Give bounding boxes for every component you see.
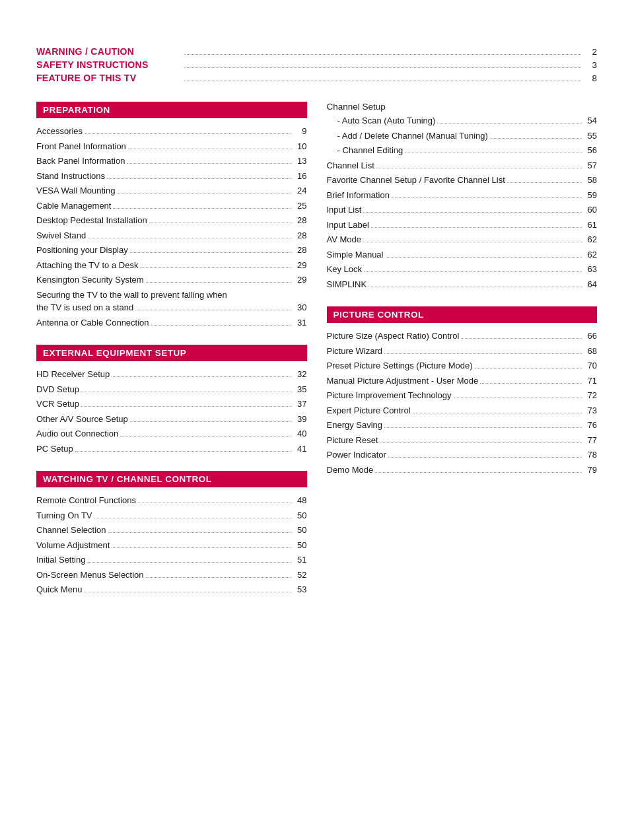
- section-header: PICTURE CONTROL: [327, 306, 598, 323]
- toc-label: Brief Information: [327, 189, 390, 202]
- toc-item: Other A/V Source Setup 39: [36, 413, 307, 426]
- toc-item: VCR Setup 37: [36, 398, 307, 411]
- toc-label: Input List: [327, 203, 362, 217]
- toc-dots: [81, 406, 291, 407]
- toc-label: - Auto Scan (Auto Tuning): [337, 114, 436, 127]
- toc-page: 28: [294, 244, 307, 257]
- toc-dots: [138, 503, 291, 503]
- toc-item: - Auto Scan (Auto Tuning) 54: [327, 114, 598, 127]
- toc-page: 56: [584, 144, 597, 157]
- toc-label: Picture Size (Aspect Ratio) Control: [327, 330, 460, 343]
- toc-dots: [149, 223, 292, 223]
- toc-label: Stand Instructions: [36, 170, 105, 183]
- toc-dots: [120, 436, 291, 437]
- toc-item: Stand Instructions 16: [36, 170, 307, 183]
- toc-dots: [81, 392, 291, 392]
- toc-dots: [480, 383, 582, 384]
- toc-dots: [437, 123, 582, 123]
- toc-dots: [127, 163, 291, 164]
- toc-item: Remote Control Functions 48: [36, 494, 307, 507]
- toc-page: 68: [584, 345, 597, 358]
- toc-item: Manual Picture Adjustment - User Mode 71: [327, 374, 598, 388]
- toc-page: 61: [584, 219, 597, 232]
- toc-item: HD Receiver Setup 32: [36, 368, 307, 381]
- toc-item: Picture Reset 77: [327, 434, 598, 447]
- toc-item: Demo Mode 79: [327, 464, 598, 477]
- toc-page: 57: [584, 159, 597, 172]
- toc-page: 29: [294, 259, 307, 272]
- toc-page: 25: [294, 199, 307, 213]
- toc-item: Channel Selection 50: [36, 524, 307, 537]
- toc-label: Securing the TV to the wall to prevent f…: [36, 289, 307, 302]
- toc-page: 55: [584, 129, 597, 143]
- toc-dots: [112, 547, 291, 548]
- toc-dots: [87, 562, 291, 563]
- toc-dots: [507, 182, 582, 183]
- toc-dots: [107, 178, 291, 179]
- toc-label: Kensington Security System: [36, 273, 144, 287]
- toc-label: AV Mode: [327, 233, 362, 246]
- toc-page: 37: [294, 398, 307, 411]
- top-link-page: 3: [584, 60, 597, 70]
- top-link-item: FEATURE OF THIS TV 8: [36, 73, 597, 83]
- top-link-label: SAFETY INSTRUCTIONS: [36, 59, 182, 70]
- toc-page: 79: [584, 464, 597, 477]
- toc-item: AV Mode 62: [327, 233, 598, 246]
- section-header: PREPARATION: [36, 102, 307, 118]
- toc-dots: [475, 368, 582, 368]
- toc-label: Volume Adjustment: [36, 539, 110, 552]
- toc-dots: [384, 427, 582, 428]
- section-plain-header: Channel Setup: [327, 102, 598, 112]
- toc-dots: [386, 257, 582, 258]
- toc-page: 72: [584, 389, 597, 402]
- toc-item: Front Panel Information 10: [36, 140, 307, 153]
- toc-label: VESA Wall Mounting: [36, 184, 115, 197]
- top-link-item: SAFETY INSTRUCTIONS 3: [36, 59, 597, 70]
- toc-page: 70: [584, 359, 597, 372]
- toc-item: VESA Wall Mounting 24: [36, 184, 307, 197]
- toc-item: Audio out Connection 40: [36, 427, 307, 440]
- toc-dots: [140, 267, 291, 268]
- toc-item: DVD Setup 35: [36, 383, 307, 396]
- toc-dots: [94, 518, 292, 518]
- toc-item: Channel List 57: [327, 159, 598, 172]
- toc-item: Positioning your Display 28: [36, 244, 307, 257]
- toc-item: Desktop Pedestal Installation 28: [36, 214, 307, 227]
- toc-dots: [146, 282, 292, 283]
- toc-item: Kensington Security System 29: [36, 273, 307, 287]
- toc-dots: [384, 353, 582, 354]
- toc-page: 59: [584, 189, 597, 202]
- toc-page: 76: [584, 419, 597, 432]
- toc-dots: [146, 577, 292, 578]
- toc-item: Expert Picture Control 73: [327, 404, 598, 417]
- toc-label: Antenna or Cable Connection: [36, 316, 149, 330]
- toc-dots: [371, 227, 582, 228]
- toc-item: Favorite Channel Setup / Favorite Channe…: [327, 174, 598, 187]
- toc-label: Preset Picture Settings (Picture Mode): [327, 359, 473, 372]
- toc-label: SIMPLINK: [327, 278, 367, 291]
- toc-page: 63: [584, 263, 597, 276]
- toc-label: Positioning your Display: [36, 244, 128, 257]
- toc-dots: [75, 451, 292, 452]
- toc-dots: [388, 457, 582, 458]
- toc-label: DVD Setup: [36, 383, 79, 396]
- toc-dots: [363, 212, 582, 213]
- toc-label: Back Panel Information: [36, 155, 125, 168]
- toc-item: Antenna or Cable Connection 31: [36, 316, 307, 330]
- toc-page: 28: [294, 214, 307, 227]
- toc-page: 77: [584, 434, 597, 447]
- toc-dots: [380, 442, 582, 443]
- toc-label: Channel Selection: [36, 524, 106, 537]
- toc-page: 10: [294, 140, 307, 153]
- toc-page: 41: [294, 442, 307, 456]
- toc-item: Swivel Stand 28: [36, 229, 307, 242]
- toc-label: Accessories: [36, 125, 83, 138]
- toc-item: Energy Saving 76: [327, 419, 598, 432]
- toc-page: 9: [294, 125, 307, 138]
- toc-label: Front Panel Information: [36, 140, 126, 153]
- toc-label: Cable Management: [36, 199, 111, 213]
- toc-label: Picture Improvement Technology: [327, 389, 452, 402]
- toc-page: 30: [294, 301, 307, 314]
- toc-dots: [405, 153, 582, 153]
- toc-dots: [135, 310, 291, 310]
